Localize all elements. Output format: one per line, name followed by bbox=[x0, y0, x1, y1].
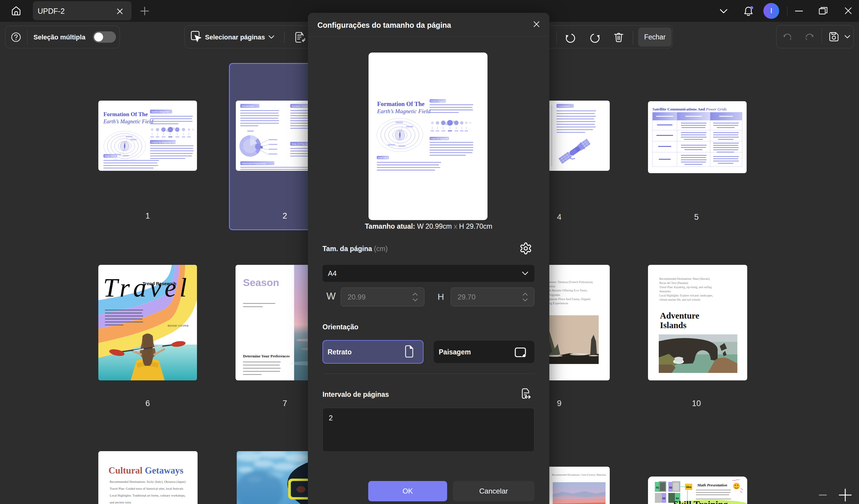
svg-text:Earth’s Magnetic Field: Earth’s Magnetic Field bbox=[377, 108, 431, 114]
svg-text:Adventure: Adventure bbox=[660, 311, 699, 320]
svg-text:Conclusion: Conclusion bbox=[558, 105, 570, 108]
svg-text:Dynamo Theory: Dynamo Theory bbox=[292, 105, 309, 108]
svg-text:Formation Of The: Formation Of The bbox=[377, 100, 425, 107]
svg-text:itineraries: itineraries bbox=[659, 290, 671, 293]
svg-text:Solar Wind: Solar Wind bbox=[105, 155, 116, 157]
svg-text:Earth’s Magnetic Field: Earth’s Magnetic Field bbox=[103, 119, 154, 125]
svg-text:Solar Wind: Solar Wind bbox=[378, 157, 388, 159]
svg-text:BESSIE COOPER: BESSIE COOPER bbox=[168, 324, 189, 327]
svg-text:Trend Research: Trend Research bbox=[142, 281, 176, 286]
svg-text:Recommended Destinations: Cret: Recommended Destinations: Crete (Greece)… bbox=[552, 474, 606, 476]
svg-text:Historical Perspectives: Historical Perspectives bbox=[242, 162, 266, 165]
svg-text:03: 03 bbox=[662, 497, 665, 500]
svg-text:Satellite Communications And P: Satellite Communications And Power Grids bbox=[652, 107, 727, 111]
svg-text:Local Highlights: Explore volc: Local Highlights: Explore volcanic lands… bbox=[659, 294, 713, 297]
svg-text:Recommended Destinations: Sici: Recommended Destinations: Sicily (Italy)… bbox=[110, 480, 186, 484]
svg-text:Determine Your Preferences: Determine Your Preferences bbox=[243, 354, 290, 358]
svg-text:Bocas del Toro (Panama): Bocas del Toro (Panama) bbox=[659, 282, 688, 285]
svg-text:Formation Of The: Formation Of The bbox=[103, 111, 148, 117]
svg-text:Travel Plan: Guided tours of h: Travel Plan: Guided tours of historical … bbox=[110, 487, 183, 490]
svg-text:01: 01 bbox=[656, 486, 659, 489]
svg-text:Introduction: Introduction bbox=[242, 105, 254, 108]
svg-text:Skill Training: Skill Training bbox=[673, 499, 728, 504]
svg-text:Cultural Getaways: Cultural Getaways bbox=[108, 465, 183, 476]
svg-text:02: 02 bbox=[669, 486, 672, 489]
svg-text:Loses Its Magnetic Field: Loses Its Magnetic Field bbox=[152, 141, 177, 144]
svg-text:Loses Its Magnetic Field: Loses Its Magnetic Field bbox=[431, 138, 453, 140]
svg-text:Travel: Travel bbox=[103, 273, 187, 302]
svg-text:Math Presentation: Math Presentation bbox=[697, 483, 727, 487]
svg-text:Season: Season bbox=[243, 277, 279, 288]
svg-text:Recommended Destinations: Maui: Recommended Destinations: Maui (Hawaii), bbox=[659, 278, 710, 281]
svg-text:Earth's Magnetic: Earth's Magnetic bbox=[152, 110, 169, 113]
svg-text:and ancient ruins: and ancient ruins bbox=[110, 501, 131, 504]
svg-text:Earth's Magnetic: Earth's Magnetic bbox=[431, 100, 446, 103]
svg-text:Local Highlights: Traditional: Local Highlights: Traditional art forms,… bbox=[110, 494, 186, 497]
svg-text:Travel Plan: Kayaking, zip-lin: Travel Plan: Kayaking, zip-lining, and s… bbox=[659, 286, 712, 289]
svg-text:vibrant marine life, and surf: vibrant marine life, and surf schools bbox=[659, 298, 700, 301]
svg-text:idea: idea bbox=[686, 486, 692, 488]
svg-text:Islands: Islands bbox=[660, 320, 687, 330]
